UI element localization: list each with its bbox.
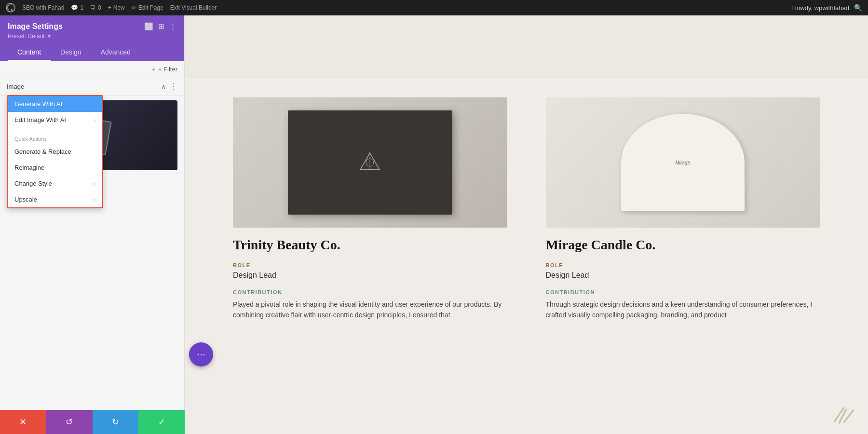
image-element-row: Image ∧ ⋮ <box>0 78 184 95</box>
mirage-role-label: ROLE <box>546 262 820 268</box>
edit-image-chevron-icon: › <box>94 117 95 123</box>
mirage-contribution-label: CONTRIBUTION <box>546 289 820 295</box>
user-greeting: Howdy, wpwithfahad <box>792 4 849 12</box>
reimagine-label: Reimagine <box>14 164 44 171</box>
upscale-label: Upscale <box>14 196 37 203</box>
grid-icon[interactable]: ⊞ <box>158 22 164 31</box>
panel-filter-row: + + Filter <box>0 61 184 78</box>
mirage-card-image: Mirage <box>546 97 820 228</box>
panel-title: Image Settings <box>8 22 63 31</box>
trinity-role-label: ROLE <box>233 262 507 268</box>
admin-bar-right: Howdy, wpwithfahad 🔍 <box>792 4 862 12</box>
filter-plus-icon: + <box>152 66 156 73</box>
top-beige-area <box>185 15 868 78</box>
portfolio-grid: Trinity Beauty Co. ROLE Design Lead CONT… <box>185 78 868 345</box>
delete-button[interactable]: ✕ <box>0 410 46 434</box>
panel-header-icons: ⬜ ⊞ ⋮ <box>144 22 176 31</box>
tab-advanced[interactable]: Advanced <box>91 44 140 61</box>
expand-icon[interactable]: ⬜ <box>144 22 153 31</box>
bottom-bar: ✕ ↺ ↻ ✓ <box>0 410 185 434</box>
quick-actions-label: Quick Actions <box>8 132 102 144</box>
sidebar-panel: Image Settings ⬜ ⊞ ⋮ Preset: Default ▾ C… <box>0 15 185 434</box>
collapse-icon[interactable]: ∧ <box>161 83 166 91</box>
edit-page-link[interactable]: ✏ Edit Page <box>132 4 163 11</box>
mirage-role-value: Design Lead <box>546 271 820 280</box>
bubble-icon: 🗨 <box>90 4 96 11</box>
trinity-role-value: Design Lead <box>233 271 507 280</box>
preset-label[interactable]: Preset: Default <box>8 33 46 40</box>
search-icon[interactable]: 🔍 <box>854 4 862 12</box>
fab-icon: ··· <box>197 349 205 360</box>
image-element-icons: ∧ ⋮ <box>161 82 177 91</box>
confirm-button[interactable]: ✓ <box>138 410 185 434</box>
menu-divider-1 <box>8 130 102 130</box>
context-menu: Generate With AI Edit Image With AI › Qu… <box>7 95 103 208</box>
tab-design[interactable]: Design <box>51 44 91 61</box>
trinity-product-image <box>288 110 452 215</box>
redo-button[interactable]: ↻ <box>93 410 139 434</box>
panel-header: Image Settings ⬜ ⊞ ⋮ Preset: Default ▾ C… <box>0 15 184 61</box>
edit-image-ai-label: Edit Image With AI <box>14 116 66 123</box>
main-content: Trinity Beauty Co. ROLE Design Lead CONT… <box>185 15 868 434</box>
trinity-contribution-text: Played a pivotal role in shaping the vis… <box>233 299 507 321</box>
portfolio-card-mirage: Mirage Mirage Candle Co. ROLE Design Lea… <box>527 88 840 335</box>
panel-preset: Preset: Default ▾ <box>8 33 176 40</box>
image-element-label: Image <box>7 83 24 90</box>
undo-icon: ↺ <box>66 417 73 427</box>
trinity-card-title: Trinity Beauty Co. <box>233 237 507 253</box>
tab-content[interactable]: Content <box>8 44 51 61</box>
trinity-card-image <box>233 97 507 228</box>
generate-with-ai-button[interactable]: Generate With AI <box>8 96 102 112</box>
mirage-candle-label: Mirage <box>675 160 690 165</box>
mirage-contribution-text: Through strategic design decisions and a… <box>546 299 820 321</box>
new-button[interactable]: + New <box>108 4 125 11</box>
delete-icon: ✕ <box>19 417 27 427</box>
preset-arrow-icon[interactable]: ▾ <box>48 33 51 40</box>
undo-button[interactable]: ↺ <box>46 410 93 434</box>
trinity-logo-icon <box>358 150 382 175</box>
upscale-chevron-icon: › <box>94 197 95 203</box>
panel-tabs: Content Design Advanced <box>8 44 176 61</box>
filter-button[interactable]: + + Filter <box>152 66 177 73</box>
panel-header-top: Image Settings ⬜ ⊞ ⋮ <box>8 22 176 31</box>
reimagine-item[interactable]: Reimagine <box>8 160 102 176</box>
mirage-card-title: Mirage Candle Co. <box>546 237 820 253</box>
exit-builder-link[interactable]: Exit Visual Builder <box>170 4 217 11</box>
trinity-contribution-label: CONTRIBUTION <box>233 289 507 295</box>
portfolio-card-trinity: Trinity Beauty Co. ROLE Design Lead CONT… <box>214 88 527 335</box>
admin-bar-left: SEO with Fahad 💬 1 🗨 0 + New ✏ Edit Page… <box>6 3 785 13</box>
mirage-candle-image: Mirage <box>621 114 745 212</box>
wordpress-logo-icon <box>6 3 15 13</box>
generate-replace-item[interactable]: Generate & Replace <box>8 144 102 160</box>
change-style-label: Change Style <box>14 180 52 187</box>
edit-image-with-ai-item[interactable]: Edit Image With AI › <box>8 112 102 128</box>
fab-button[interactable]: ··· <box>189 342 213 366</box>
site-name[interactable]: SEO with Fahad <box>22 4 64 11</box>
pencil-icon: ✏ <box>132 4 136 11</box>
bubbles-link[interactable]: 🗨 0 <box>90 4 101 11</box>
plus-icon: + <box>108 4 111 11</box>
generate-replace-label: Generate & Replace <box>14 148 71 155</box>
admin-bar: SEO with Fahad 💬 1 🗨 0 + New ✏ Edit Page… <box>0 0 868 15</box>
element-more-icon[interactable]: ⋮ <box>170 82 177 91</box>
change-style-chevron-icon: › <box>94 181 95 187</box>
change-style-item[interactable]: Change Style › <box>8 176 102 191</box>
redo-icon: ↻ <box>112 417 119 427</box>
upscale-item[interactable]: Upscale › <box>8 191 102 207</box>
comment-icon: 💬 <box>71 4 78 11</box>
comments-link[interactable]: 💬 1 <box>71 4 83 11</box>
more-options-icon[interactable]: ⋮ <box>169 22 176 31</box>
confirm-icon: ✓ <box>158 417 165 427</box>
